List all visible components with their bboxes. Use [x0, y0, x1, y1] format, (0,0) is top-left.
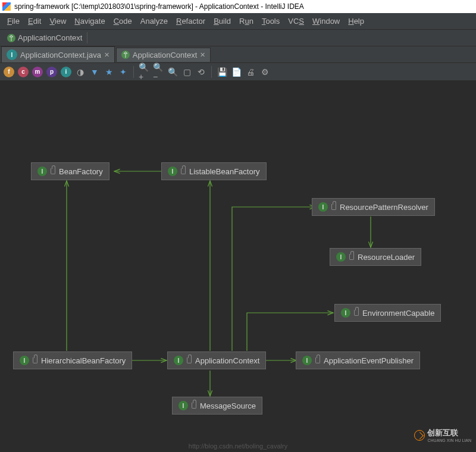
close-icon[interactable]: ✕	[200, 51, 205, 59]
properties-filter-button[interactable]: p	[46, 67, 57, 77]
breadcrumb: ApplicationContext	[0, 30, 476, 46]
zoom-in-button[interactable]: 🔍+	[139, 67, 149, 77]
menu-window[interactable]: Window	[309, 15, 343, 27]
node-label: ApplicationContext	[195, 356, 259, 365]
scope-filter-button[interactable]: ▼	[89, 67, 100, 77]
brand-text: 创新互联	[427, 428, 471, 438]
export-button[interactable]: 📄	[231, 67, 242, 77]
expand-nodes-button[interactable]: ★	[104, 67, 114, 77]
settings-button[interactable]: ⚙	[259, 67, 270, 77]
watermark-logo: 创新互联 CHUANG XIN HU LIAN	[414, 428, 471, 442]
node-label: HierarchicalBeanFactory	[41, 356, 126, 365]
node-application-event-publisher[interactable]: IApplicationEventPublisher	[296, 351, 420, 369]
tab-application-context-java[interactable]: I ApplicationContext.java ✕	[1, 46, 115, 62]
inner-classes-filter-button[interactable]: i	[61, 67, 71, 77]
diagram-canvas[interactable]: IBeanFactory IListableBeanFactory IResou…	[0, 81, 476, 452]
interface-badge-icon: I	[20, 356, 29, 365]
tab-label: ApplicationContext	[133, 51, 197, 59]
menu-view[interactable]: View	[46, 15, 70, 27]
node-hierarchical-bean-factory[interactable]: IHierarchicalBeanFactory	[13, 351, 132, 369]
brand-icon	[414, 430, 425, 441]
methods-filter-button[interactable]: m	[32, 67, 43, 77]
close-icon[interactable]: ✕	[104, 51, 109, 59]
window-titlebar: spring-framework [C:\temp\201803\01\spri…	[0, 0, 476, 13]
node-environment-capable[interactable]: IEnvironmentCapable	[334, 304, 441, 322]
layout-button[interactable]: ⟲	[196, 67, 206, 77]
menu-refactor[interactable]: Refactor	[173, 15, 209, 27]
tab-application-context-diagram[interactable]: ApplicationContext ✕	[116, 48, 211, 62]
node-resource-loader[interactable]: IResourceLoader	[330, 248, 421, 266]
interface-badge-icon: I	[336, 252, 346, 262]
menu-vcs[interactable]: VCS	[284, 15, 308, 27]
node-label: ResourceLoader	[358, 253, 415, 262]
lock-icon	[354, 310, 359, 316]
lock-icon	[349, 254, 354, 260]
fit-content-button[interactable]: ▢	[181, 67, 192, 77]
node-message-source[interactable]: IMessageSource	[172, 397, 262, 415]
zoom-out-button[interactable]: 🔍−	[153, 67, 164, 77]
menu-navigate[interactable]: Navigate	[71, 15, 108, 27]
watermark-url: http://blog.csdn.net/boling_cavalry	[0, 442, 476, 450]
intellij-logo-icon	[2, 2, 11, 11]
zoom-actual-button[interactable]: 🔍	[167, 67, 178, 77]
node-resource-pattern-resolver[interactable]: IResourcePatternResolver	[312, 198, 435, 216]
node-label: ApplicationEventPublisher	[324, 356, 414, 365]
interface-badge-icon: I	[174, 356, 183, 365]
node-label: BeanFactory	[59, 167, 103, 176]
fields-filter-button[interactable]: f	[4, 67, 14, 77]
window-title: spring-framework [C:\temp\201803\01\spri…	[14, 2, 304, 11]
class-icon	[121, 51, 130, 59]
diagram-toolbar: f c m p i ◑ ▼ ★ ✦ 🔍+ 🔍− 🔍 ▢ ⟲ 💾 📄 🖨 ⚙	[0, 63, 476, 81]
interface-badge-icon: I	[168, 167, 177, 176]
interface-icon: I	[7, 49, 17, 60]
breadcrumb-item[interactable]: ApplicationContext	[5, 32, 87, 43]
node-label: EnvironmentCapable	[362, 309, 434, 318]
menu-run[interactable]: Run	[236, 15, 257, 27]
interface-badge-icon: I	[318, 202, 328, 212]
editor-tabs: I ApplicationContext.java ✕ ApplicationC…	[0, 46, 476, 63]
interface-badge-icon: I	[37, 167, 47, 176]
node-listable-bean-factory[interactable]: IListableBeanFactory	[161, 162, 267, 180]
lock-icon	[51, 168, 55, 174]
tab-label: ApplicationContext.java	[20, 51, 101, 59]
menu-code[interactable]: Code	[110, 15, 136, 27]
lock-icon	[315, 357, 320, 363]
menu-build[interactable]: Build	[210, 15, 234, 27]
constructors-filter-button[interactable]: c	[18, 67, 29, 77]
lock-icon	[187, 357, 192, 363]
visibility-level-button[interactable]: ◑	[75, 67, 86, 77]
interface-badge-icon: I	[302, 356, 312, 365]
main-menu: File Edit View Navigate Code Analyze Ref…	[0, 13, 476, 30]
save-diagram-button[interactable]: 💾	[217, 67, 227, 77]
toolbar-separator	[133, 66, 134, 78]
menu-help[interactable]: Help	[345, 15, 368, 27]
toolbar-separator	[211, 66, 212, 78]
menu-edit[interactable]: Edit	[24, 15, 45, 27]
menu-tools[interactable]: Tools	[258, 15, 283, 27]
lock-icon	[331, 204, 336, 210]
lock-icon	[33, 357, 37, 363]
menu-analyze[interactable]: Analyze	[137, 15, 171, 27]
node-bean-factory[interactable]: IBeanFactory	[31, 162, 109, 180]
node-label: MessageSource	[200, 401, 256, 410]
menu-file[interactable]: File	[4, 15, 23, 27]
lock-icon	[181, 168, 186, 174]
brand-sub-text: CHUANG XIN HU LIAN	[427, 438, 471, 442]
interface-badge-icon: I	[178, 401, 188, 410]
lock-icon	[192, 403, 196, 409]
class-icon	[7, 34, 15, 42]
collapse-nodes-button[interactable]: ✦	[118, 67, 129, 77]
interface-badge-icon: I	[341, 308, 350, 318]
breadcrumb-label: ApplicationContext	[18, 33, 82, 42]
node-label: ListableBeanFactory	[189, 167, 260, 176]
node-label: ResourcePatternResolver	[340, 203, 428, 212]
node-application-context[interactable]: IApplicationContext	[167, 351, 266, 369]
print-button[interactable]: 🖨	[245, 67, 256, 77]
